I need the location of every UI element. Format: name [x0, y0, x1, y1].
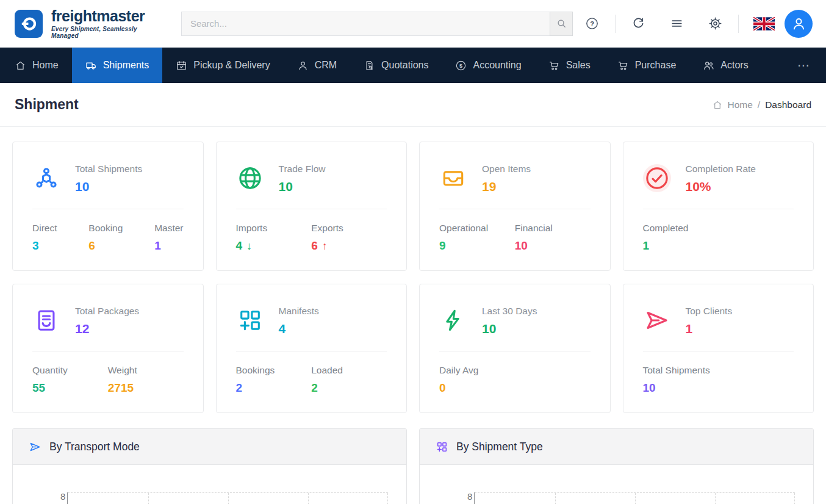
- stat-card-meta: Total Shipments10: [75, 163, 142, 194]
- help-button[interactable]: [573, 16, 611, 31]
- gridline: [715, 493, 716, 504]
- nav-item-label: Actors: [720, 60, 748, 71]
- nav-item-more[interactable]: ⋯: [781, 48, 826, 83]
- home-icon: [15, 60, 26, 71]
- nav-item-crm[interactable]: CRM: [284, 48, 350, 83]
- nav-item-shipments[interactable]: Shipments: [72, 48, 163, 83]
- plot-grid: [68, 492, 388, 504]
- sub-stat: Exports6↑: [311, 223, 387, 253]
- stat-card-subs: Completed1: [643, 223, 794, 253]
- gridline: [228, 493, 229, 504]
- nav-item-quotations[interactable]: Quotations: [350, 48, 442, 83]
- sub-stat-number: 9: [439, 239, 446, 252]
- sub-stat-value: 6↑: [311, 239, 387, 253]
- stat-card-value: 19: [482, 179, 531, 194]
- sub-stat-number: 4: [236, 239, 243, 252]
- sub-stat-label: Imports: [236, 223, 312, 234]
- stat-card-meta: Completion Rate10%: [686, 163, 756, 194]
- nav-item-label: Purchase: [635, 60, 677, 71]
- breadcrumb-home[interactable]: Home: [728, 99, 753, 110]
- check-circle-icon-wrap: [643, 164, 671, 192]
- sub-stat-number: 6: [88, 239, 95, 252]
- brand-logo[interactable]: [15, 10, 43, 38]
- plane-icon: [29, 441, 41, 453]
- stat-card-value: 10%: [686, 179, 756, 194]
- nav-item-label: Quotations: [381, 60, 428, 71]
- bolt-icon-wrap: [439, 306, 467, 334]
- sub-stat-value: 10: [643, 381, 794, 395]
- stat-card-title: Total Shipments: [75, 164, 142, 175]
- stat-card-value: 12: [75, 322, 139, 336]
- nav-item-purchase[interactable]: Purchase: [604, 48, 690, 83]
- gridline: [308, 493, 309, 504]
- sub-stat-value: 2: [311, 381, 387, 395]
- page-header: Shipment Home / Dashboard: [0, 83, 826, 127]
- arrow-down-icon: ↓: [246, 240, 252, 252]
- stat-card-meta: Top Clients1: [686, 305, 733, 336]
- nav-item-home[interactable]: Home: [1, 48, 72, 83]
- stat-cards-grid: Total Shipments10Direct3Booking6Master1T…: [12, 142, 814, 413]
- settings-button[interactable]: [696, 16, 734, 31]
- sub-stat-value: 6: [88, 239, 123, 253]
- top-header: freightmaster Every Shipment, Seamlessly…: [0, 0, 826, 48]
- card-divider: [643, 351, 794, 351]
- grid-plus-icon: [436, 441, 448, 453]
- sub-stat-number: 2: [311, 381, 318, 394]
- chart-panel: By Shipment Type8: [419, 428, 814, 504]
- inbox-icon: [440, 165, 467, 192]
- language-flag-button[interactable]: [753, 17, 775, 31]
- sub-stat: Financial10: [515, 223, 591, 253]
- nav-item-actors[interactable]: Actors: [689, 48, 761, 83]
- stat-card-top: Top Clients1: [643, 305, 794, 336]
- stat-card-meta: Open Items19: [482, 163, 531, 194]
- y-axis-tick-label: 8: [467, 492, 472, 501]
- chart-area: 8: [13, 465, 406, 504]
- users-icon: [703, 60, 714, 71]
- stat-card: Completion Rate10%Completed1: [623, 142, 814, 271]
- brand-tagline: Every Shipment, Seamlessly Managed: [51, 26, 163, 39]
- stat-card: Manifests4Bookings2Loaded2: [216, 284, 408, 413]
- sub-stat-value: 1: [643, 239, 794, 253]
- avatar[interactable]: [785, 10, 813, 38]
- dashboard-content: Total Shipments10Direct3Booking6Master1T…: [0, 127, 826, 504]
- package-icon-wrap: [32, 306, 60, 334]
- nav-item-label: Home: [32, 60, 59, 71]
- breadcrumb-current: Dashboard: [765, 99, 811, 110]
- stat-card: Last 30 Days10Daily Avg0: [419, 284, 611, 413]
- nav-item-accounting[interactable]: Accounting: [442, 48, 534, 83]
- stat-card-subs: Imports4↓Exports6↑: [236, 223, 387, 253]
- sub-stat-value: 9: [439, 239, 515, 253]
- person-icon: [791, 15, 807, 32]
- brand-name: freightmaster: [51, 8, 163, 24]
- sub-stat-value: 3: [32, 239, 57, 253]
- quote-icon: [364, 60, 375, 71]
- sub-stat-label: Bookings: [236, 365, 312, 376]
- sub-stat-number: 1: [154, 239, 161, 252]
- sub-stat-label: Operational: [439, 223, 515, 234]
- stat-card-title: Top Clients: [686, 306, 733, 317]
- chart-panel-title: By Transport Mode: [49, 441, 140, 453]
- sub-stat: Master1: [154, 223, 183, 253]
- search-input[interactable]: [181, 12, 573, 36]
- nav-item-pickup-delivery[interactable]: Pickup & Delivery: [162, 48, 283, 83]
- arrow-up-icon: ↑: [322, 240, 328, 252]
- nav-item-sales[interactable]: Sales: [535, 48, 604, 83]
- sub-stat: Completed1: [643, 223, 794, 253]
- brand: freightmaster Every Shipment, Seamlessly…: [15, 8, 163, 39]
- refresh-button[interactable]: [619, 16, 658, 31]
- search-button[interactable]: [550, 12, 573, 36]
- freightmaster-logo-icon: [20, 15, 38, 33]
- stat-card-meta: Total Packages12: [75, 305, 139, 336]
- sub-stat-number: 0: [439, 381, 446, 394]
- sub-stat-label: Completed: [643, 223, 794, 234]
- nav-item-label: CRM: [315, 60, 337, 71]
- stat-card-top: Trade Flow10: [236, 163, 387, 194]
- stat-card: Total Shipments10Direct3Booking6Master1: [12, 142, 204, 271]
- bolt-icon: [440, 307, 467, 334]
- stat-card-value: 1: [686, 322, 733, 336]
- stat-card-title: Total Packages: [75, 306, 139, 317]
- sub-stat-label: Total Shipments: [643, 365, 794, 376]
- menu-button[interactable]: [658, 16, 696, 31]
- header-actions: [573, 10, 813, 38]
- sub-stat-value: 1: [154, 239, 183, 253]
